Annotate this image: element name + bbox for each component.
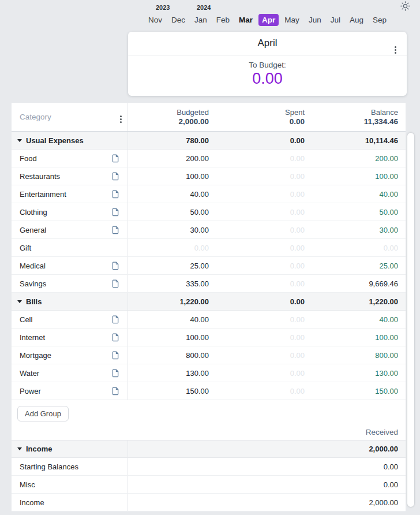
category-row-water[interactable]: Water130.000.00130.00 (12, 364, 406, 382)
month-dec[interactable]: Dec (168, 14, 189, 26)
col-bal-value[interactable]: 100.00 (305, 167, 406, 185)
table-header: Category Budgeted 2,000.00 Spent 0.00 Ba… (12, 103, 406, 132)
category-name-label[interactable]: Income (20, 498, 44, 507)
note-icon[interactable] (112, 387, 119, 397)
note-icon[interactable] (112, 154, 119, 165)
note-icon[interactable] (112, 208, 119, 218)
category-name-label[interactable]: Water (20, 369, 39, 378)
category-name-label[interactable]: Power (20, 387, 41, 395)
month-apr[interactable]: Apr (258, 14, 279, 26)
add-group-button[interactable]: Add Group (17, 406, 69, 421)
collapse-group-icon[interactable] (17, 447, 22, 450)
col-b-value[interactable]: 100.00 (128, 167, 209, 185)
month-menu-button[interactable] (395, 43, 396, 53)
category-header-cell: Category (12, 103, 128, 131)
month-aug[interactable]: Aug (346, 14, 367, 26)
col-b-value[interactable]: 335.00 (128, 275, 209, 292)
col-s-value: 0.00 (209, 311, 305, 328)
col-bal-value[interactable]: 200.00 (305, 150, 406, 167)
category-name-label[interactable]: Entertainment (20, 190, 66, 199)
col-bal-value[interactable]: 40.00 (305, 311, 406, 328)
note-icon[interactable] (112, 279, 119, 290)
col-bal-value[interactable]: 150.00 (305, 382, 406, 400)
month-nov[interactable]: Nov (145, 14, 166, 26)
vertical-scrollbar-thumb[interactable] (407, 133, 414, 507)
col-bal-value[interactable]: 25.00 (305, 257, 406, 274)
category-row-cell[interactable]: Cell40.000.0040.00 (12, 311, 406, 329)
note-icon[interactable] (112, 262, 119, 272)
col-bal-value[interactable]: 100.00 (305, 329, 406, 346)
category-row-medical[interactable]: Medical25.000.0025.00 (12, 257, 406, 275)
group-row-income[interactable]: Income2,000.00 (12, 440, 406, 458)
category-row-internet[interactable]: Internet100.000.00100.00 (12, 329, 406, 346)
category-name-label[interactable]: Mortgage (20, 351, 51, 360)
month-jan[interactable]: Jan (191, 14, 211, 26)
income-row-starting-balances[interactable]: Starting Balances0.00 (12, 458, 406, 476)
category-row-savings[interactable]: Savings335.000.009,669.46 (12, 275, 406, 293)
col-b-value[interactable]: 200.00 (128, 150, 209, 167)
category-row-entertainment[interactable]: Entertainment40.000.0040.00 (12, 185, 406, 203)
col-b-value[interactable]: 25.00 (128, 257, 209, 274)
category-name-label[interactable]: Medical (20, 262, 46, 270)
category-name-label[interactable]: General (20, 226, 46, 234)
category-name-label[interactable]: Savings (20, 279, 46, 288)
col-bal-value[interactable]: 9,669.46 (305, 275, 406, 292)
category-row-general[interactable]: General30.000.0030.00 (12, 221, 406, 239)
note-icon[interactable] (112, 226, 119, 236)
col-b-value[interactable]: 50.00 (128, 203, 209, 221)
col-b-value[interactable]: 150.00 (128, 382, 209, 400)
col-b-value[interactable]: 800.00 (128, 346, 209, 364)
note-icon[interactable] (112, 351, 119, 361)
month-feb[interactable]: Feb (213, 14, 233, 26)
category-header-label: Category (20, 113, 51, 121)
category-row-mortgage[interactable]: Mortgage800.000.00800.00 (12, 346, 406, 364)
note-icon[interactable] (112, 315, 119, 326)
category-row-food[interactable]: Food200.000.00200.00 (12, 150, 406, 167)
income-row-misc[interactable]: Misc0.00 (12, 476, 406, 494)
income-rows: Income2,000.00Starting Balances0.00Misc0… (12, 440, 406, 512)
category-name-label[interactable]: Misc (20, 480, 35, 489)
category-name-label[interactable]: Starting Balances (20, 462, 78, 471)
category-row-power[interactable]: Power150.000.00150.00 (12, 382, 406, 400)
category-name-cell: Misc (12, 476, 128, 493)
category-menu-button[interactable] (120, 112, 122, 122)
group-row-bills[interactable]: Bills1,220.000.001,220.00 (12, 293, 406, 311)
col-b-value[interactable]: 100.00 (128, 329, 209, 346)
month-jul[interactable]: Jul (327, 14, 344, 26)
category-name-label[interactable]: Food (20, 154, 37, 163)
category-name-label[interactable]: Internet (20, 333, 45, 342)
category-name-label[interactable]: Gift (20, 244, 31, 252)
collapse-group-icon[interactable] (17, 300, 22, 303)
col-bal-value[interactable]: 40.00 (305, 185, 406, 203)
col-bal-value[interactable]: 50.00 (305, 203, 406, 221)
col-bal-value[interactable]: 800.00 (305, 346, 406, 364)
month-jun[interactable]: Jun (305, 14, 325, 26)
col-bal-value[interactable]: 130.00 (305, 364, 406, 382)
note-icon[interactable] (112, 172, 119, 182)
note-icon[interactable] (112, 369, 119, 379)
category-name-label[interactable]: Cell (20, 315, 32, 324)
category-row-clothing[interactable]: Clothing50.000.0050.00 (12, 203, 406, 221)
group-name-cell: Bills (12, 293, 128, 310)
group-row-usual-expenses[interactable]: Usual Expenses780.000.0010,114.46 (12, 132, 406, 150)
col-b-value[interactable]: 0.00 (128, 239, 209, 256)
col-b-value[interactable]: 40.00 (128, 311, 209, 328)
month-may[interactable]: May (281, 14, 303, 26)
category-row-restaurants[interactable]: Restaurants100.000.00100.00 (12, 167, 406, 185)
col-bal-value[interactable]: 30.00 (305, 221, 406, 238)
note-icon[interactable] (112, 190, 119, 200)
col-b-value[interactable]: 130.00 (128, 364, 209, 382)
collapse-group-icon[interactable] (17, 139, 22, 142)
to-budget-amount[interactable]: 0.00 (128, 70, 407, 88)
category-row-gift[interactable]: Gift0.000.000.00 (12, 239, 406, 257)
group-name-label: Usual Expenses (26, 136, 84, 145)
income-row-income[interactable]: Income2,000.00 (12, 494, 406, 512)
category-name-label[interactable]: Restaurants (20, 172, 60, 181)
category-name-label[interactable]: Clothing (20, 208, 47, 217)
month-sep[interactable]: Sep (369, 14, 390, 26)
col-b-value[interactable]: 30.00 (128, 221, 209, 238)
col-b-value[interactable]: 40.00 (128, 185, 209, 203)
month-mar[interactable]: Mar (235, 14, 256, 26)
note-icon[interactable] (112, 333, 119, 344)
col-bal-value[interactable]: 0.00 (305, 239, 406, 256)
